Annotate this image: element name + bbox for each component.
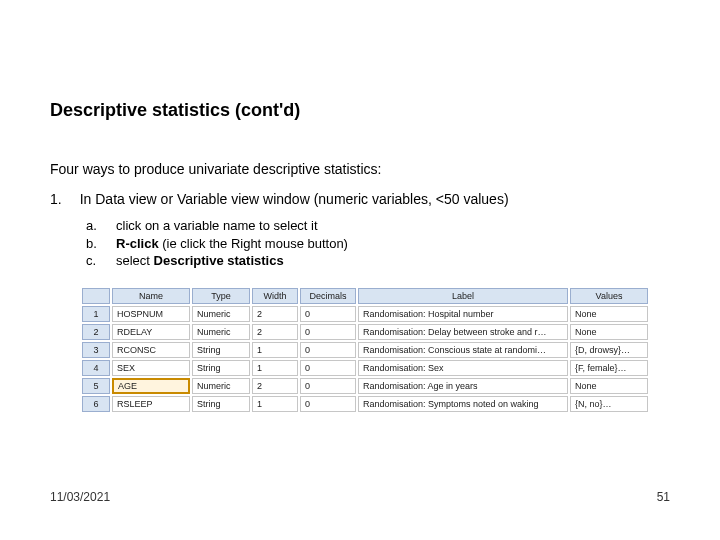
- cell-name[interactable]: HOSPNUM: [112, 306, 190, 322]
- footer-date: 11/03/2021: [50, 490, 110, 504]
- cell-type[interactable]: Numeric: [192, 324, 250, 340]
- cell-width[interactable]: 1: [252, 342, 298, 358]
- col-header-decimals[interactable]: Decimals: [300, 288, 356, 304]
- cell-decimals[interactable]: 0: [300, 306, 356, 322]
- cell-label[interactable]: Randomisation: Symptoms noted on waking: [358, 396, 568, 412]
- col-header-width[interactable]: Width: [252, 288, 298, 304]
- cell-width[interactable]: 2: [252, 378, 298, 394]
- cell-width[interactable]: 2: [252, 306, 298, 322]
- table-row[interactable]: 2RDELAYNumeric20Randomisation: Delay bet…: [82, 324, 648, 340]
- list-number: 1.: [50, 191, 62, 207]
- sublist-text-b: R-click (ie click the Right mouse button…: [116, 235, 348, 253]
- cell-label[interactable]: Randomisation: Sex: [358, 360, 568, 376]
- spss-variable-view: Name Type Width Decimals Label Values 1H…: [80, 286, 650, 414]
- cell-type[interactable]: Numeric: [192, 306, 250, 322]
- cell-type[interactable]: String: [192, 396, 250, 412]
- cell-name[interactable]: RCONSC: [112, 342, 190, 358]
- cell-label[interactable]: Randomisation: Delay between stroke and …: [358, 324, 568, 340]
- col-header-name[interactable]: Name: [112, 288, 190, 304]
- cell-name[interactable]: RDELAY: [112, 324, 190, 340]
- row-number[interactable]: 2: [82, 324, 110, 340]
- cell-values[interactable]: {D, drowsy}…: [570, 342, 648, 358]
- footer-page-number: 51: [657, 490, 670, 504]
- col-header-label[interactable]: Label: [358, 288, 568, 304]
- row-number[interactable]: 1: [82, 306, 110, 322]
- page-title: Descriptive statistics (cont'd): [50, 100, 670, 121]
- cell-label[interactable]: Randomisation: Hospital number: [358, 306, 568, 322]
- table-row[interactable]: 5AGENumeric20Randomisation: Age in years…: [82, 378, 648, 394]
- row-number[interactable]: 5: [82, 378, 110, 394]
- cell-values[interactable]: None: [570, 306, 648, 322]
- cell-name[interactable]: AGE: [112, 378, 190, 394]
- cell-decimals[interactable]: 0: [300, 378, 356, 394]
- sublist-label-c: c.: [86, 252, 100, 270]
- cell-name[interactable]: RSLEEP: [112, 396, 190, 412]
- cell-decimals[interactable]: 0: [300, 324, 356, 340]
- cell-label[interactable]: Randomisation: Age in years: [358, 378, 568, 394]
- cell-type[interactable]: Numeric: [192, 378, 250, 394]
- table-row[interactable]: 4SEXString10Randomisation: Sex{F, female…: [82, 360, 648, 376]
- cell-width[interactable]: 2: [252, 324, 298, 340]
- sublist-text-a: click on a variable name to select it: [116, 217, 318, 235]
- row-number[interactable]: 4: [82, 360, 110, 376]
- col-header-values[interactable]: Values: [570, 288, 648, 304]
- table-row[interactable]: 1HOSPNUMNumeric20Randomisation: Hospital…: [82, 306, 648, 322]
- cell-values[interactable]: None: [570, 324, 648, 340]
- list-text: In Data view or Variable view window (nu…: [80, 191, 509, 207]
- table-row[interactable]: 3RCONSCString10Randomisation: Conscious …: [82, 342, 648, 358]
- sublist-label-a: a.: [86, 217, 100, 235]
- cell-type[interactable]: String: [192, 360, 250, 376]
- cell-values[interactable]: {N, no}…: [570, 396, 648, 412]
- cell-values[interactable]: {F, female}…: [570, 360, 648, 376]
- cell-decimals[interactable]: 0: [300, 396, 356, 412]
- cell-decimals[interactable]: 0: [300, 360, 356, 376]
- row-number[interactable]: 6: [82, 396, 110, 412]
- col-header-type[interactable]: Type: [192, 288, 250, 304]
- table-row[interactable]: 6RSLEEPString10Randomisation: Symptoms n…: [82, 396, 648, 412]
- sublist-label-b: b.: [86, 235, 100, 253]
- col-header-blank[interactable]: [82, 288, 110, 304]
- intro-text: Four ways to produce univariate descript…: [50, 161, 670, 177]
- cell-width[interactable]: 1: [252, 360, 298, 376]
- cell-width[interactable]: 1: [252, 396, 298, 412]
- sublist-text-c: select Descriptive statistics: [116, 252, 284, 270]
- cell-values[interactable]: None: [570, 378, 648, 394]
- row-number[interactable]: 3: [82, 342, 110, 358]
- cell-name[interactable]: SEX: [112, 360, 190, 376]
- cell-label[interactable]: Randomisation: Conscious state at random…: [358, 342, 568, 358]
- cell-type[interactable]: String: [192, 342, 250, 358]
- cell-decimals[interactable]: 0: [300, 342, 356, 358]
